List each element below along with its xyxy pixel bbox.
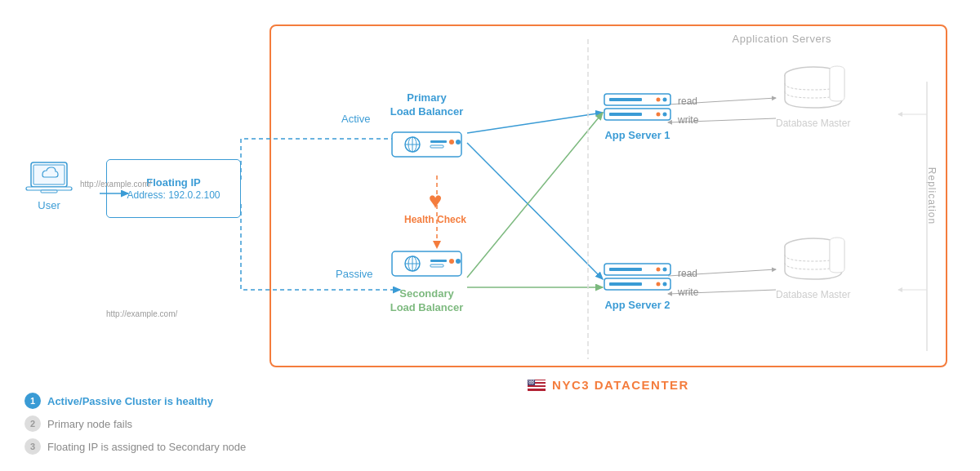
secondary-lb: Secondary Load Balancer (388, 243, 466, 320)
svg-point-20 (532, 382, 533, 383)
legend-text-1: Active/Passive Cluster is healthy (47, 395, 213, 407)
legend-item-2: 2 Primary node fails (24, 415, 246, 432)
db-master-2-icon (781, 237, 846, 286)
svg-rect-4 (528, 385, 546, 387)
svg-point-19 (531, 382, 532, 383)
svg-point-25 (532, 383, 533, 384)
svg-point-16 (532, 380, 533, 381)
svg-point-23 (530, 383, 531, 384)
primary-lb: Primary Load Balancer (388, 91, 466, 168)
secondary-lb-label: Secondary Load Balancer (388, 287, 466, 315)
app-server-2: App Server 2 (603, 261, 672, 311)
svg-point-13 (529, 380, 530, 381)
app-server-1-label: App Server 1 (603, 129, 672, 141)
db-master-1-icon (781, 65, 846, 114)
user-label: User (38, 199, 60, 211)
app-server-1: App Server 1 (603, 91, 672, 141)
svg-rect-66 (609, 113, 642, 116)
main-container: Application Servers Replication (0, 0, 980, 471)
svg-point-15 (532, 380, 532, 381)
legend-text-2: Primary node fails (47, 418, 132, 430)
svg-rect-65 (609, 98, 642, 101)
db-master-1-label: Database Master (776, 118, 850, 129)
svg-point-21 (533, 382, 534, 383)
svg-point-18 (530, 382, 531, 383)
app-server-2-icon (603, 261, 672, 292)
legend-badge-2: 2 (24, 415, 41, 432)
url-label: http://example.com/ (106, 309, 177, 318)
app-server-1-icon (603, 91, 672, 122)
svg-point-76 (663, 268, 667, 272)
svg-rect-44 (41, 190, 57, 193)
health-check: ♥ Health Check (399, 188, 472, 225)
db-master-1: Database Master (776, 65, 850, 129)
user-section: http://example.com/ User (24, 159, 74, 211)
db-master-2-label: Database Master (776, 289, 850, 300)
legend-badge-3: 3 (24, 438, 41, 455)
svg-point-78 (663, 282, 667, 287)
svg-point-24 (532, 383, 532, 384)
floating-ip-title: Floating IP (146, 176, 200, 190)
user-laptop-icon (24, 159, 74, 196)
svg-point-61 (449, 259, 454, 264)
svg-point-9 (530, 380, 531, 380)
floating-ip-address: Address: 192.0.2.100 (127, 189, 220, 201)
svg-rect-54 (392, 251, 461, 276)
flag-icon (528, 380, 546, 391)
svg-rect-73 (609, 268, 642, 271)
svg-point-17 (528, 382, 529, 383)
heart-icon: ♥ (399, 188, 472, 214)
svg-point-77 (657, 282, 661, 287)
replication-label: Replication (926, 167, 938, 224)
rw-label-2: write (678, 114, 698, 126)
db-master-2: Database Master (776, 237, 850, 300)
svg-rect-5 (528, 387, 546, 389)
secondary-lb-icon (388, 243, 466, 284)
svg-rect-59 (430, 260, 447, 262)
floating-ip-box: Floating IP Address: 192.0.2.100 (106, 159, 241, 218)
url-text: http://example.com/ (80, 180, 151, 189)
svg-point-53 (456, 140, 461, 144)
svg-point-69 (657, 113, 661, 117)
legend-badge-1: 1 (24, 393, 41, 409)
svg-point-22 (529, 383, 530, 384)
svg-point-52 (449, 140, 454, 144)
active-label: Active (341, 113, 370, 125)
rw-label-4: write (678, 287, 698, 298)
svg-rect-6 (528, 389, 546, 390)
app-server-2-label: App Server 2 (603, 299, 672, 311)
svg-point-10 (531, 380, 532, 380)
svg-point-8 (528, 380, 529, 380)
datacenter-label: NYC3 DATACENTER (528, 378, 689, 392)
svg-point-12 (533, 380, 534, 380)
primary-lb-icon (388, 124, 466, 165)
passive-label: Passive (336, 268, 373, 280)
health-check-label: Health Check (399, 214, 472, 225)
rw-label-3: read (678, 268, 697, 279)
svg-point-68 (663, 98, 667, 102)
svg-point-62 (456, 259, 461, 264)
app-servers-label: Application Servers (733, 33, 832, 45)
svg-point-67 (657, 98, 661, 102)
svg-point-75 (657, 268, 661, 272)
legend-item-3: 3 Floating IP is assigned to Secondary n… (24, 438, 246, 455)
svg-rect-43 (26, 187, 72, 190)
legend-item-1: 1 Active/Passive Cluster is healthy (24, 393, 246, 409)
legend: 1 Active/Passive Cluster is healthy 2 Pr… (24, 393, 246, 455)
svg-point-70 (663, 113, 667, 117)
svg-point-11 (532, 380, 533, 380)
primary-lb-label: Primary Load Balancer (388, 91, 466, 119)
svg-point-14 (530, 380, 531, 381)
legend-text-3: Floating IP is assigned to Secondary nod… (47, 441, 246, 453)
svg-rect-45 (392, 132, 461, 157)
svg-rect-74 (609, 282, 642, 286)
svg-rect-50 (430, 140, 447, 143)
rw-label-1: read (678, 96, 697, 107)
